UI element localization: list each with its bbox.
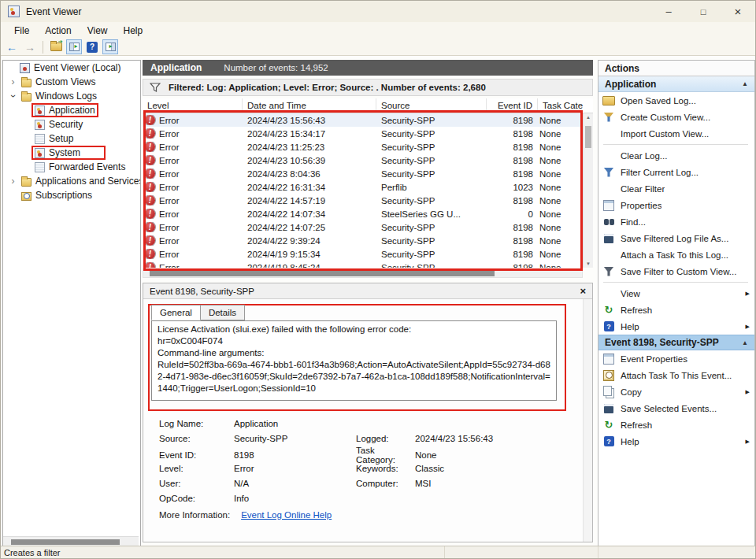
event-list-horizontal-scrollbar[interactable] — [143, 268, 583, 278]
properties-icon — [602, 354, 616, 365]
scrollbar-thumb[interactable] — [585, 126, 591, 148]
action-item[interactable]: Refresh ▶ — [598, 416, 754, 433]
table-row[interactable]: Error 2024/4/23 15:34:17 Security-SPP 81… — [143, 127, 593, 140]
tree-item[interactable]: Application — [3, 103, 140, 117]
actions-list-application: Open Saved Log... ▶ Create Custom View..… — [598, 92, 754, 335]
tree-item[interactable]: Forwarded Events — [3, 160, 140, 174]
action-item[interactable]: Filter Current Log... ▶ — [598, 164, 754, 180]
show-action-pane-button[interactable] — [102, 39, 118, 54]
actions-panel: Actions Application ▲ Open Saved Log... … — [598, 60, 755, 547]
table-row[interactable]: Error 2024/4/22 14:07:34 SteelSeries GG … — [143, 207, 593, 220]
error-icon — [145, 195, 155, 205]
tree-item[interactable]: Subscriptions — [3, 188, 140, 202]
close-detail-icon[interactable]: × — [580, 286, 586, 296]
action-item[interactable]: Open Saved Log... ▶ — [598, 92, 754, 109]
submenu-arrow-icon: ▶ — [746, 291, 750, 297]
field-value: None — [415, 450, 584, 460]
detail-tab[interactable]: General — [151, 305, 201, 320]
tree-scrollbar-thumb[interactable] — [11, 539, 120, 545]
show-console-tree-button[interactable] — [66, 39, 82, 54]
action-item[interactable]: Properties ▶ — [598, 197, 754, 213]
event-list-vertical-scrollbar[interactable] — [583, 113, 593, 268]
table-row[interactable]: Error 2024/4/23 11:25:23 Security-SPP 81… — [143, 140, 593, 154]
table-row[interactable]: Error 2024/4/19 9:15:34 Security-SPP 819… — [143, 247, 593, 261]
level-cell: Error — [143, 222, 243, 232]
action-item[interactable]: Copy ▶ — [598, 383, 754, 400]
open-saved-log-button[interactable] — [48, 40, 64, 54]
event-id-cell: 8198 — [487, 223, 538, 232]
menu-file[interactable]: File — [7, 24, 36, 38]
field-label: Computer: — [356, 479, 415, 488]
event-log-online-help-link[interactable]: Event Log Online Help — [241, 510, 332, 520]
action-item[interactable]: Clear Filter ▶ — [598, 180, 754, 197]
action-item[interactable]: Find... ▶ — [598, 213, 754, 230]
menu-help[interactable]: Help — [117, 24, 150, 38]
event-viewer-window: Event Viewer – □ × File Action View Help… — [0, 0, 756, 559]
table-row[interactable]: Error 2024/4/22 14:07:25 Security-SPP 81… — [143, 220, 593, 234]
forward-button[interactable]: → — [22, 40, 38, 54]
minimize-icon[interactable]: – — [651, 1, 686, 22]
tree-item[interactable]: Security — [3, 117, 140, 131]
tree-item[interactable]: Windows Logs — [3, 89, 140, 103]
close-icon[interactable]: × — [721, 1, 755, 22]
menu-view[interactable]: View — [80, 24, 115, 38]
action-item[interactable]: View ▶ — [598, 285, 754, 302]
tree-item[interactable]: System — [3, 146, 140, 160]
action-item[interactable]: Event Properties ▶ — [598, 350, 754, 367]
action-item[interactable]: Save Filter to Custom View... ▶ — [598, 263, 754, 280]
event-message-box[interactable]: License Activation (slui.exe) failed wit… — [151, 320, 557, 401]
table-row[interactable]: Error 2024/4/22 9:39:24 Security-SPP 819… — [143, 234, 593, 247]
console-tree-panel: Event Viewer (Local) Custom Views Window… — [2, 60, 141, 547]
back-button[interactable]: ← — [4, 40, 20, 54]
collapse-chevron-icon[interactable]: ▲ — [742, 80, 748, 87]
tree-item[interactable]: Custom Views — [3, 75, 140, 89]
action-item[interactable]: Save Filtered Log File As... ▶ — [598, 230, 754, 246]
column-task-category[interactable]: Task Category — [538, 98, 583, 113]
detail-tab[interactable]: Details — [201, 305, 245, 320]
action-item[interactable]: Attach Task To This Event... ▶ — [598, 367, 754, 383]
action-item[interactable]: Save Selected Events... ▶ — [598, 400, 754, 416]
field-label: User: — [159, 479, 234, 488]
chevron-icon[interactable] — [8, 91, 18, 101]
submenu-arrow-icon: ▶ — [746, 439, 750, 445]
table-row[interactable]: Error 2024/4/22 16:31:34 Perflib 1023 No… — [143, 180, 593, 194]
event-viewer-app-icon — [8, 6, 20, 17]
actions-section-event[interactable]: Event 8198, Security-SPP ▲ — [598, 335, 754, 350]
action-item[interactable]: Help ▶ — [598, 318, 754, 335]
scrollbar-thumb[interactable] — [150, 271, 495, 276]
action-item[interactable]: Help ▶ — [598, 433, 754, 450]
action-item[interactable]: Clear Log... ▶ — [598, 147, 754, 164]
column-source[interactable]: Source — [376, 98, 487, 113]
message-line: License Activation (slui.exe) failed wit… — [158, 324, 550, 335]
tree-item[interactable]: Event Viewer (Local) — [3, 61, 140, 75]
services-folder-icon — [21, 178, 32, 187]
action-item[interactable]: Create Custom View... ▶ — [598, 109, 754, 125]
chevron-icon[interactable] — [8, 77, 18, 87]
column-date-time[interactable]: Date and Time — [243, 98, 376, 113]
table-row[interactable]: Error 2024/4/19 8:45:24 Security-SPP 819… — [143, 261, 593, 268]
table-row[interactable]: Error 2024/4/23 10:56:39 Security-SPP 81… — [143, 154, 593, 167]
table-row[interactable]: Error 2024/4/23 8:04:36 Security-SPP 819… — [143, 167, 593, 180]
chevron-icon[interactable] — [8, 176, 18, 186]
table-row[interactable]: Error 2024/4/23 15:56:43 Security-SPP 81… — [143, 113, 593, 127]
collapse-chevron-icon[interactable]: ▲ — [742, 339, 748, 346]
action-item[interactable]: Attach a Task To this Log... ▶ — [598, 246, 754, 263]
maximize-icon[interactable]: □ — [686, 1, 721, 22]
table-row[interactable]: Error 2024/4/22 14:57:19 Security-SPP 81… — [143, 194, 593, 207]
action-item[interactable]: Import Custom View... ▶ — [598, 125, 754, 142]
menu-action[interactable]: Action — [38, 24, 78, 38]
event-id-cell: 8198 — [487, 129, 538, 139]
action-item[interactable]: ▶ — [598, 280, 754, 285]
date-cell: 2024/4/23 11:25:23 — [243, 143, 376, 152]
create-custom-view-funnel-icon — [602, 112, 616, 123]
level-cell: Error — [143, 115, 243, 125]
column-level[interactable]: Level — [143, 98, 243, 113]
action-item[interactable]: Refresh ▶ — [598, 302, 754, 318]
action-item[interactable]: ▶ — [598, 142, 754, 147]
help-button[interactable]: ? — [84, 40, 100, 54]
detail-vertical-scrollbar[interactable] — [583, 299, 592, 542]
actions-section-application[interactable]: Application ▲ — [598, 76, 754, 92]
tree-item[interactable]: Applications and Services Log — [3, 174, 140, 188]
tree-item[interactable]: Setup — [3, 131, 140, 146]
column-event-id[interactable]: Event ID — [487, 98, 538, 113]
